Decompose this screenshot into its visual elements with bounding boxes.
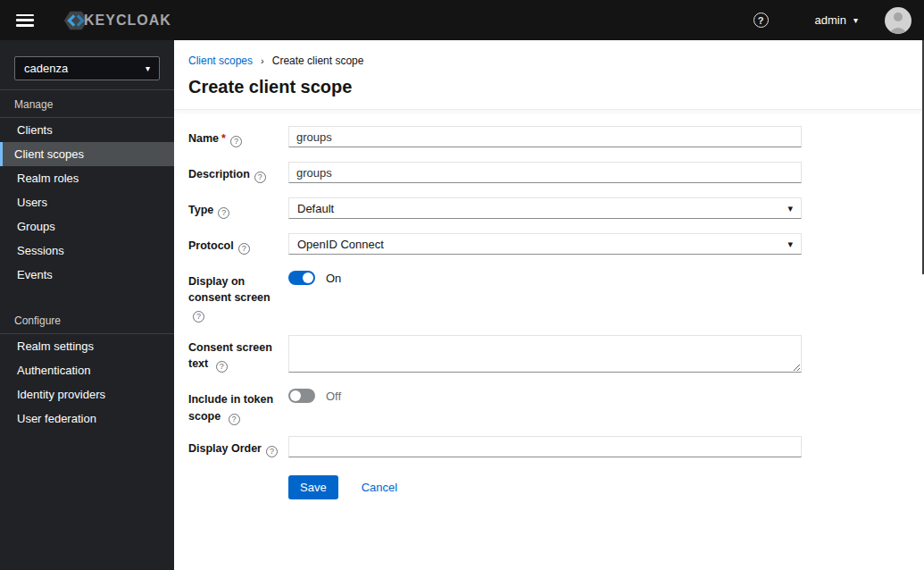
username: admin [815,13,846,27]
consent-screen-text-row: Consent screen text ? [188,335,910,373]
sidebar-item-client-scopes[interactable]: Client scopes [0,142,174,166]
display-order-help-icon[interactable]: ? [266,446,278,457]
name-field-row: Name*? [188,126,910,147]
chevron-down-icon: ▾ [853,15,858,25]
chevron-down-icon: ▾ [787,203,793,214]
description-help-icon[interactable]: ? [254,172,266,183]
description-input[interactable] [288,162,802,183]
type-select-value: Default [297,202,334,215]
toggle-knob [303,272,313,283]
toggle-knob [290,390,301,401]
required-marker: * [221,132,226,145]
sidebar-item-sessions[interactable]: Sessions [0,239,174,263]
display-on-consent-row: Display on consent screen ? On [188,269,910,323]
page-title: Create client scope [188,77,903,97]
user-menu[interactable]: admin ▾ [815,13,858,27]
chevron-down-icon: ▾ [787,239,793,250]
breadcrumb-client-scopes-link[interactable]: Client scopes [188,54,253,67]
nav-section-configure: Configure [0,306,174,333]
realm-selector-value: cadenza [24,62,68,75]
page-header: Client scopes › Create client scope Crea… [174,40,924,110]
breadcrumb: Client scopes › Create client scope [188,54,903,67]
top-bar: KEYCLOAK ? admin ▾ [0,0,924,40]
sidebar-item-users[interactable]: Users [0,190,174,214]
include-in-token-scope-state: Off [326,390,341,403]
main-content: Client scopes › Create client scope Crea… [174,40,924,570]
protocol-select[interactable]: OpenID Connect ▾ [288,233,802,255]
sidebar-item-clients[interactable]: Clients [0,118,174,142]
description-label: Description? [188,162,288,183]
include-in-token-scope-toggle[interactable] [288,389,315,403]
nav-section-manage: Manage [0,90,174,117]
display-order-row: Display Order? [188,436,910,457]
include-in-token-scope-help-icon[interactable]: ? [229,414,240,425]
sidebar: cadenza ▾ Manage Clients Client scopes R… [0,40,174,570]
hamburger-menu-icon[interactable] [16,14,34,27]
form-actions: Save Cancel [288,475,910,499]
brand-name: KEYCLOAK [84,13,171,29]
protocol-select-value: OpenID Connect [297,238,384,251]
display-on-consent-label: Display on consent screen ? [188,269,288,323]
sidebar-item-realm-roles[interactable]: Realm roles [0,166,174,190]
sidebar-item-identity-providers[interactable]: Identity providers [0,382,174,407]
sidebar-item-groups[interactable]: Groups [0,214,174,239]
realm-selector[interactable]: cadenza ▾ [14,56,160,80]
sidebar-item-user-federation[interactable]: User federation [0,407,174,431]
type-select[interactable]: Default ▾ [288,197,802,219]
sidebar-item-realm-settings[interactable]: Realm settings [0,334,174,358]
create-client-scope-form: Name*? Description? Type? Default ▾ [174,110,924,516]
save-button[interactable]: Save [288,475,338,499]
consent-screen-text-label: Consent screen text ? [188,335,288,373]
breadcrumb-separator-icon: › [261,55,264,66]
protocol-label: Protocol? [188,233,288,255]
include-in-token-scope-row: Include in token scope ? Off [188,387,910,424]
person-icon [885,7,912,34]
description-field-row: Description? [188,162,910,183]
display-on-consent-state: On [326,272,341,285]
protocol-field-row: Protocol? OpenID Connect ▾ [188,233,910,255]
name-help-icon[interactable]: ? [230,136,242,147]
consent-screen-text-input[interactable] [288,335,802,373]
consent-screen-text-help-icon[interactable]: ? [216,361,228,373]
chevron-down-icon: ▾ [146,63,150,73]
display-order-input[interactable] [288,436,802,457]
protocol-help-icon[interactable]: ? [238,243,250,255]
display-on-consent-toggle[interactable] [288,271,315,285]
avatar[interactable] [885,7,912,34]
name-input[interactable] [288,126,802,147]
type-label: Type? [188,197,288,219]
name-label: Name*? [188,126,288,147]
display-order-label: Display Order? [188,436,288,457]
help-icon[interactable]: ? [753,13,769,28]
type-field-row: Type? Default ▾ [188,197,910,219]
cancel-button[interactable]: Cancel [362,481,397,494]
display-on-consent-help-icon[interactable]: ? [193,311,204,323]
breadcrumb-current: Create client scope [272,54,364,67]
sidebar-item-events[interactable]: Events [0,263,174,287]
include-in-token-scope-label: Include in token scope ? [188,387,288,424]
sidebar-item-authentication[interactable]: Authentication [0,358,174,382]
type-help-icon[interactable]: ? [218,207,229,219]
keycloak-logo[interactable]: KEYCLOAK [62,7,171,34]
